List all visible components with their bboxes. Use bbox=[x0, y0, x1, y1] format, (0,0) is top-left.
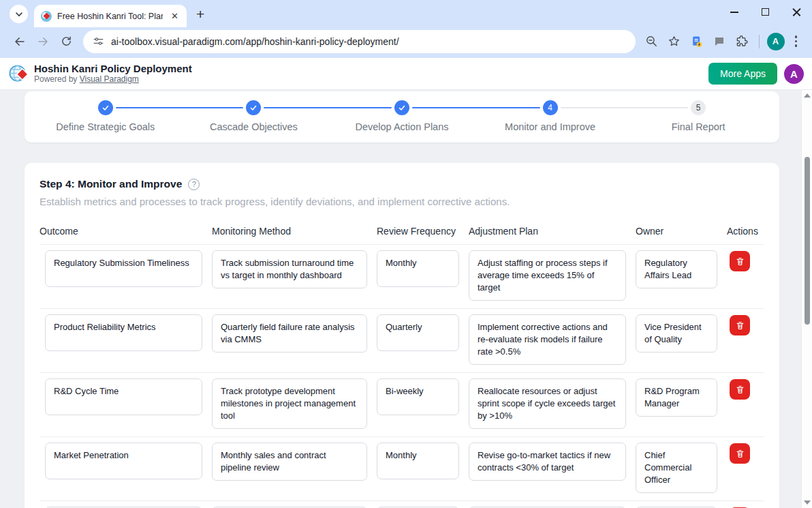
review-frequency-input[interactable]: Monthly bbox=[377, 443, 459, 479]
page-content: Define Strategic Goals Cascade Objective… bbox=[0, 90, 812, 508]
column-header-actions: Actions bbox=[727, 226, 766, 237]
browser-menu-button[interactable] bbox=[788, 31, 805, 51]
bookmark-button[interactable] bbox=[665, 32, 684, 51]
zoom-out-button[interactable] bbox=[642, 32, 661, 51]
owner-input[interactable]: Chief Commercial Officer bbox=[636, 443, 717, 493]
toolbar-divider bbox=[759, 35, 760, 48]
browser-tab[interactable]: Free Hoshin Kanri Tool: Plan & E ✕ bbox=[34, 5, 187, 27]
app-title: Hoshin Kanri Policy Deployment bbox=[34, 63, 192, 74]
delete-row-button[interactable] bbox=[730, 315, 750, 335]
review-frequency-input[interactable]: Quarterly bbox=[377, 314, 459, 351]
step-label: Define Strategic Goals bbox=[56, 121, 155, 132]
delete-row-button[interactable] bbox=[730, 443, 750, 464]
tab-close-icon[interactable]: ✕ bbox=[168, 10, 181, 23]
delete-row-button[interactable] bbox=[730, 251, 750, 271]
outcome-input[interactable]: Market Penetration bbox=[45, 443, 202, 479]
column-header-adjustment-plan: Adjustment Plan bbox=[469, 226, 636, 237]
owner-input[interactable]: Regulatory Affairs Lead bbox=[636, 250, 717, 288]
table-row: Product Reliability Metrics Quarterly fi… bbox=[40, 308, 764, 372]
feedback-button[interactable] bbox=[710, 32, 729, 51]
adjustment-plan-input[interactable]: Implement corrective actions and re-eval… bbox=[469, 314, 626, 365]
scrollbar-thumb[interactable] bbox=[805, 157, 810, 325]
step4-subtitle: Establish metrics and processes to track… bbox=[40, 196, 764, 207]
table-row: R&D Cycle Time Track prototype developme… bbox=[40, 372, 764, 436]
powered-by: Powered by Visual Paradigm bbox=[34, 75, 192, 85]
back-button[interactable] bbox=[10, 31, 30, 52]
app-title-block: Hoshin Kanri Policy Deployment Powered b… bbox=[34, 63, 192, 84]
table-header: Outcome Monitoring Method Review Frequen… bbox=[40, 226, 764, 244]
refresh-button[interactable] bbox=[56, 31, 76, 52]
adjustment-plan-input[interactable]: Adjust staffing or process steps if aver… bbox=[469, 250, 626, 301]
powered-by-prefix: Powered by bbox=[34, 74, 80, 84]
column-header-owner: Owner bbox=[636, 226, 727, 237]
owner-input[interactable]: Vice President of Quality bbox=[636, 314, 717, 353]
new-tab-button[interactable]: + bbox=[196, 7, 204, 21]
step-develop-action-plans[interactable]: Develop Action Plans bbox=[328, 100, 476, 132]
chat-bubble-icon bbox=[713, 35, 725, 48]
forward-button[interactable] bbox=[33, 31, 53, 52]
outcome-input[interactable]: Regulatory Submission Timeliness bbox=[45, 250, 202, 287]
site-settings-icon[interactable] bbox=[93, 35, 104, 47]
step4-title: Step 4: Monitor and Improve bbox=[40, 178, 182, 190]
monitoring-method-input[interactable]: Track prototype development milestones i… bbox=[212, 378, 367, 429]
adjustment-plan-input[interactable]: Revise go-to-market tactics if new contr… bbox=[469, 443, 626, 481]
owner-input[interactable]: R&D Program Manager bbox=[636, 378, 717, 417]
visual-paradigm-logo bbox=[8, 63, 29, 85]
step-label: Monitor and Improve bbox=[505, 121, 595, 132]
tab-strip: Free Hoshin Kanri Tool: Plan & E ✕ + bbox=[0, 0, 812, 27]
step-label: Final Report bbox=[672, 121, 725, 132]
refresh-icon bbox=[61, 35, 72, 47]
maximize-icon[interactable] bbox=[762, 8, 769, 16]
tab-title: Free Hoshin Kanri Tool: Plan & E bbox=[57, 12, 163, 21]
step-check-icon bbox=[98, 100, 113, 115]
step-number-badge: 5 bbox=[691, 100, 706, 115]
trash-icon bbox=[735, 385, 745, 395]
monitoring-method-input[interactable]: Monthly sales and contract pipeline revi… bbox=[212, 443, 367, 481]
window-controls bbox=[730, 8, 801, 16]
minimize-icon[interactable] bbox=[730, 12, 738, 13]
star-icon bbox=[668, 35, 681, 48]
delete-row-button[interactable] bbox=[730, 379, 750, 400]
adjustment-plan-input[interactable]: Reallocate resources or adjust sprint sc… bbox=[469, 378, 626, 429]
site-favicon-icon bbox=[41, 11, 52, 22]
user-avatar[interactable]: A bbox=[784, 64, 804, 84]
stepper-card: Define Strategic Goals Cascade Objective… bbox=[25, 91, 779, 143]
outcome-input[interactable]: R&D Cycle Time bbox=[45, 378, 202, 415]
trash-icon bbox=[735, 256, 745, 267]
step-label: Develop Action Plans bbox=[355, 121, 448, 132]
save-page-button[interactable] bbox=[687, 32, 706, 51]
visual-paradigm-link[interactable]: Visual Paradigm bbox=[80, 74, 139, 84]
chevron-down-icon bbox=[15, 10, 23, 18]
review-frequency-input[interactable]: Monthly bbox=[377, 250, 459, 287]
document-download-icon bbox=[690, 35, 704, 48]
column-header-outcome: Outcome bbox=[40, 226, 212, 237]
monitoring-method-input[interactable]: Track submission turnaround time vs targ… bbox=[212, 250, 367, 288]
tab-search-button[interactable] bbox=[10, 5, 28, 23]
zoom-out-icon bbox=[645, 35, 658, 48]
more-apps-button[interactable]: More Apps bbox=[708, 63, 777, 85]
close-window-icon[interactable] bbox=[792, 8, 801, 16]
url-text[interactable]: ai-toolbox.visual-paradigm.com/app/hoshi… bbox=[111, 36, 399, 47]
table-row: Supplier Compliance Quarterly audit scor… bbox=[40, 500, 764, 508]
scroll-down-arrow-icon[interactable] bbox=[804, 500, 811, 505]
step-check-icon bbox=[246, 100, 261, 115]
step-final-report[interactable]: 5 Final Report bbox=[624, 100, 772, 132]
step4-card: Step 4: Monitor and Improve ? Establish … bbox=[25, 163, 779, 508]
extensions-button[interactable] bbox=[732, 32, 751, 51]
review-frequency-input[interactable]: Bi-weekly bbox=[377, 378, 459, 415]
outcome-input[interactable]: Product Reliability Metrics bbox=[45, 314, 202, 351]
browser-profile-avatar[interactable]: A bbox=[767, 33, 785, 50]
step-define-strategic-goals[interactable]: Define Strategic Goals bbox=[31, 100, 180, 132]
scroll-up-arrow-icon[interactable] bbox=[804, 93, 811, 98]
step-cascade-objectives[interactable]: Cascade Objectives bbox=[180, 100, 328, 132]
help-icon[interactable]: ? bbox=[188, 179, 200, 190]
column-header-monitoring-method: Monitoring Method bbox=[212, 226, 377, 237]
page-scrollbar[interactable] bbox=[801, 90, 812, 508]
monitoring-method-input[interactable]: Quarterly field failure rate analysis vi… bbox=[212, 314, 367, 353]
step-monitor-and-improve[interactable]: 4 Monitor and Improve bbox=[476, 100, 625, 132]
address-bar[interactable]: ai-toolbox.visual-paradigm.com/app/hoshi… bbox=[83, 30, 636, 53]
puzzle-piece-icon bbox=[735, 35, 748, 48]
back-arrow-icon bbox=[14, 35, 26, 48]
step-label: Cascade Objectives bbox=[210, 121, 298, 132]
app-header: Hoshin Kanri Policy Deployment Powered b… bbox=[0, 58, 812, 90]
